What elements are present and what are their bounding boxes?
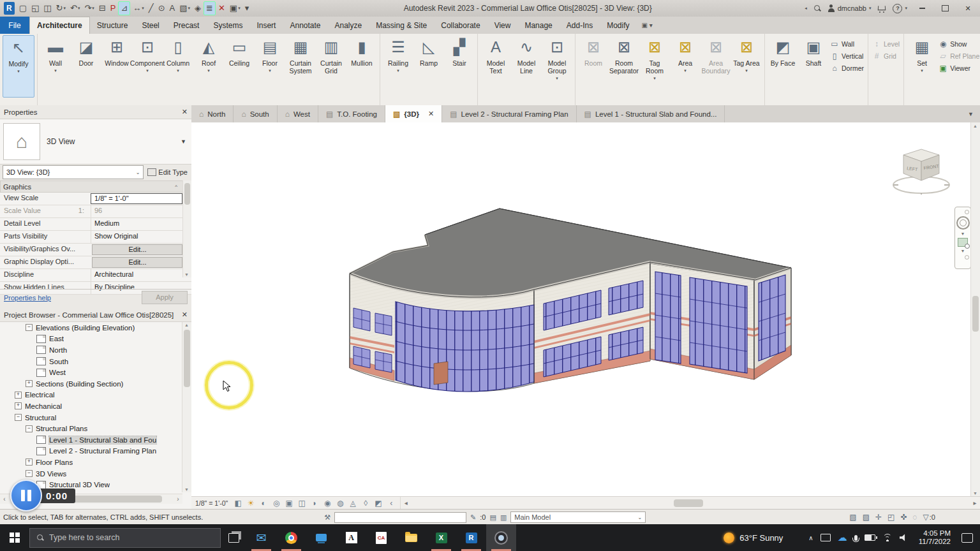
detail-level-value[interactable]: Medium — [91, 218, 183, 230]
select-underlay-elements-icon[interactable]: ▨ — [863, 513, 870, 522]
wall-button[interactable]: ▬Wall▾ — [40, 35, 71, 96]
browser-item-east[interactable]: East — [0, 334, 182, 345]
search-help-button[interactable] — [813, 4, 821, 12]
tag-area-button[interactable]: ⊠Tag Area▾ — [731, 35, 762, 96]
browser-item-sections-building-section[interactable]: +Sections (Building Section) — [0, 378, 182, 390]
user-account-button[interactable]: dmcnabb▾ — [828, 4, 872, 12]
scroll-left-icon[interactable]: ◂ — [401, 499, 411, 506]
curtain-grid-button[interactable]: ▥Curtain Grid — [316, 35, 346, 96]
view-scale-control[interactable]: 1/8" = 1'-0" — [191, 499, 233, 507]
set-work-plane-button[interactable]: ▦Set▾ — [907, 35, 937, 96]
ribbon-tab-architecture[interactable]: Architecture — [29, 17, 90, 34]
scroll-right-icon[interactable]: ▸ — [970, 499, 980, 506]
new-file-button[interactable]: ▢ — [17, 2, 29, 15]
drag-elements-on-selection-icon[interactable]: ✜ — [900, 513, 907, 522]
measure-button[interactable]: ⊿ — [118, 1, 130, 15]
horizontal-scrollbar[interactable]: ◂ ▸ — [400, 497, 980, 509]
browser-vertical-scrollbar[interactable]: ▲▼ — [182, 322, 191, 492]
chevron-down-icon[interactable]: ▼ — [961, 249, 965, 253]
ribbon-tab-collaborate[interactable]: Collaborate — [434, 17, 487, 34]
weather-widget[interactable]: 63°F Sunny — [724, 533, 783, 543]
onedrive-icon[interactable]: ☁ — [838, 532, 847, 543]
volume-icon[interactable] — [900, 534, 909, 541]
ribbon-tab-massing-site[interactable]: Massing & Site — [369, 17, 434, 34]
parts-visibility-value[interactable]: Show Original — [91, 231, 183, 243]
browser-item-mechanical[interactable]: +Mechanical — [0, 400, 182, 412]
aligned-dimension-button[interactable]: ↔▾ — [131, 2, 146, 15]
close-project-browser-icon[interactable]: ✕ — [182, 311, 188, 319]
roof-button[interactable]: ◭Roof▾ — [193, 35, 224, 96]
mullion-button[interactable]: ▮Mullion — [346, 35, 377, 96]
scale-value-value[interactable]: 96 — [91, 205, 183, 217]
thin-lines-button[interactable]: ≣ — [204, 1, 216, 15]
show-work-plane-button[interactable]: ◉Show — [939, 39, 979, 49]
vertical-scrollbar[interactable]: ▲▼ — [970, 122, 980, 497]
viewer-button[interactable]: ▣Viewer — [939, 63, 979, 73]
taskbar-autodesk-app[interactable]: A — [336, 524, 366, 551]
undo-button[interactable]: ↶▾ — [68, 2, 82, 15]
view-tab-level-2-structural-framing-plan[interactable]: ▤Level 2 - Structural Framing Plan — [442, 105, 576, 122]
ribbon-tab-structure[interactable]: Structure — [90, 17, 135, 34]
close-inactive-windows-button[interactable]: ✕ — [216, 2, 227, 15]
ribbon-tab-steel[interactable]: Steel — [135, 17, 166, 34]
tag-room-button[interactable]: ⊠Tag Room▾ — [639, 35, 670, 96]
collapse-search-icon[interactable]: ◂ — [805, 6, 807, 11]
expand-view-controls-icon[interactable]: ‹ — [386, 499, 396, 508]
expand-icon[interactable]: + — [15, 402, 22, 409]
sun-path-icon[interactable]: ☀ — [246, 499, 256, 508]
room-separator-button[interactable]: ⊠Room Separator — [609, 35, 639, 96]
print-button[interactable]: ⊟ — [97, 2, 108, 15]
view-tab-level-1-structural-slab-and-found[interactable]: ▤Level 1 - Structural Slab and Found... — [577, 105, 725, 122]
view-scale-value[interactable]: 1/8" = 1'-0" — [91, 193, 182, 204]
select-links-icon[interactable]: ▧ — [849, 513, 856, 522]
select-elements-by-face-icon[interactable]: ◰ — [887, 513, 895, 522]
main-model-select[interactable]: Main Model⌄ — [510, 511, 646, 523]
column-button[interactable]: ▯Column▾ — [163, 35, 193, 96]
save-file-button[interactable]: ◫ — [41, 2, 53, 15]
scroll-right-icon[interactable]: › — [174, 496, 182, 503]
task-view-button[interactable] — [221, 524, 246, 551]
collapse-icon[interactable]: − — [15, 414, 22, 421]
discipline-value[interactable]: Architectural — [91, 269, 183, 281]
chevron-down-icon[interactable]: ▼ — [961, 231, 965, 236]
graphics-section-header[interactable]: Graphics ^ ∧ — [0, 180, 191, 193]
action-center-button[interactable] — [954, 524, 980, 551]
open-file-button[interactable]: ◱ — [29, 2, 41, 15]
recorder-pause-button[interactable] — [10, 480, 42, 511]
model-group-button[interactable]: ⊡Model Group▾ — [542, 35, 572, 96]
browser-item-elevations-building-elevation[interactable]: −Elevations (Building Elevation) — [0, 322, 182, 334]
ribbon-tab-modify[interactable]: Modify — [600, 17, 636, 34]
browser-item-west[interactable]: West — [0, 367, 182, 378]
collapse-icon[interactable]: − — [26, 324, 33, 331]
redo-button[interactable]: ↷▾ — [82, 2, 96, 15]
sync-with-central-button[interactable]: ↻▾ — [54, 2, 68, 15]
modify-button[interactable]: ↖Modify▾ — [3, 35, 34, 98]
taskbar-chrome[interactable] — [276, 524, 306, 551]
collapse-icon[interactable]: − — [26, 470, 33, 477]
background-processes-icon[interactable]: ◌ — [912, 513, 917, 522]
text-button[interactable]: A — [168, 2, 177, 15]
wall-opening-button[interactable]: ▭Wall — [830, 39, 864, 49]
restore-button[interactable] — [937, 2, 953, 15]
expand-icon[interactable]: + — [15, 392, 22, 399]
collapse-icon[interactable]: − — [26, 425, 33, 432]
ribbon-display-toggle[interactable]: ▣ ▾ — [642, 17, 653, 34]
browser-item-3d-views[interactable]: −3D Views — [0, 468, 182, 480]
grid-button[interactable]: #Grid — [872, 51, 900, 61]
zoom-tool-icon[interactable] — [958, 238, 968, 247]
dormer-opening-button[interactable]: ⌂Dormer — [830, 63, 864, 73]
temporary-hide-isolate-icon[interactable]: ◗ — [309, 499, 320, 508]
navigation-bar[interactable]: ▼ ▼ — [954, 207, 971, 269]
ribbon-tab-precast[interactable]: Precast — [167, 17, 207, 34]
by-face-button[interactable]: ◩By Face — [768, 35, 798, 96]
type-selector[interactable]: ⌂ 3D View ▼ — [0, 119, 191, 165]
floor-button[interactable]: ▤Floor▾ — [255, 35, 285, 96]
taskbar-clock[interactable]: 4:05 PM 11/7/2022 — [919, 529, 951, 546]
building-3d-model[interactable] — [338, 206, 792, 405]
browser-item-structural[interactable]: −Structural — [0, 412, 182, 423]
active-option-icon[interactable]: ▥ — [500, 513, 507, 522]
ramp-button[interactable]: ◺Ramp — [413, 35, 444, 96]
close-view-icon[interactable]: ✕ — [428, 110, 434, 118]
curtain-system-button[interactable]: ▦Curtain System — [285, 35, 316, 96]
ribbon-tab-annotate[interactable]: Annotate — [283, 17, 327, 34]
